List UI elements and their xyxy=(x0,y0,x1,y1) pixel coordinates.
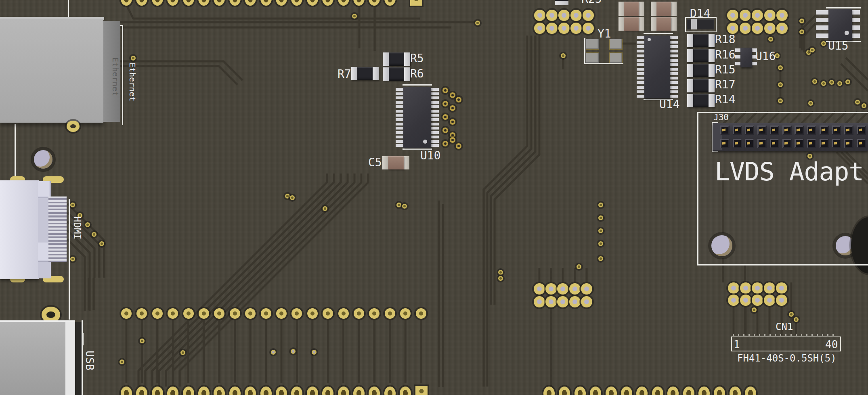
resistor-body xyxy=(389,67,404,81)
silk-label-u10: U10 xyxy=(420,150,441,161)
j30-pin-recess xyxy=(720,125,730,135)
pad xyxy=(199,308,209,319)
silkscreen-line xyxy=(826,7,861,8)
via xyxy=(862,103,866,108)
via xyxy=(821,41,826,46)
capacitor-cap xyxy=(639,17,644,31)
j30-pin-recess xyxy=(795,139,804,148)
j30-pin-recess xyxy=(807,125,816,135)
kicad-3d-viewer-canvas[interactable]: R25Y1U14D14R18R16R15R17R14U16U15R7R5R6U1… xyxy=(0,0,868,395)
via xyxy=(581,283,592,295)
silkscreen-line xyxy=(68,0,69,17)
silk-label-r15: R15 xyxy=(715,64,736,75)
component-U10 xyxy=(403,87,431,148)
crystal-pad xyxy=(586,53,599,63)
pad xyxy=(291,0,302,6)
j30-pin xyxy=(834,128,837,131)
via xyxy=(569,283,581,295)
cn1-pad-ticks xyxy=(733,334,838,336)
resistor-cap xyxy=(383,67,389,81)
silk-label-cn1_pin_first: 1 xyxy=(734,339,740,350)
pad xyxy=(590,387,601,395)
j30-pin-recess xyxy=(745,125,754,135)
pad xyxy=(384,387,396,395)
silkscreen-line xyxy=(69,199,70,287)
usb-connector-gap xyxy=(75,322,82,395)
via xyxy=(794,317,799,322)
silk-label-r14: R14 xyxy=(715,94,736,105)
pad xyxy=(136,0,147,6)
silkscreen-line xyxy=(82,333,84,345)
resistor-cap xyxy=(709,64,715,77)
pad xyxy=(276,308,287,319)
capacitor-cap xyxy=(651,17,656,31)
j30-pin xyxy=(834,142,837,144)
j30-pin-recess xyxy=(795,125,804,135)
resistor-cap xyxy=(709,34,715,47)
pad xyxy=(385,308,395,319)
pad xyxy=(167,387,178,395)
silkscreen-line xyxy=(584,38,585,64)
via xyxy=(778,98,783,103)
pad xyxy=(698,387,710,395)
pad xyxy=(730,387,741,395)
ethernet-pad xyxy=(67,121,80,132)
j30-pin xyxy=(759,142,763,144)
pad xyxy=(183,387,194,395)
j30-pin-recess xyxy=(733,125,742,135)
via xyxy=(180,350,185,355)
via xyxy=(99,241,104,246)
j30-pin xyxy=(797,128,800,131)
via xyxy=(569,296,581,307)
silkscreen-line xyxy=(69,282,70,320)
via xyxy=(545,283,557,295)
silk-label-r7: R7 xyxy=(338,69,351,80)
pad xyxy=(322,387,333,395)
j30-pin-recess xyxy=(757,139,767,148)
via xyxy=(442,101,448,107)
pad xyxy=(152,308,163,319)
pad xyxy=(168,308,178,319)
j30-pin xyxy=(722,142,725,144)
via xyxy=(323,206,327,211)
via xyxy=(740,10,751,21)
via xyxy=(727,10,738,21)
pad-square xyxy=(415,386,428,395)
silkscreen-line xyxy=(82,320,83,395)
j30-pin-recess xyxy=(844,139,853,148)
via xyxy=(583,23,594,34)
via xyxy=(534,23,545,34)
via xyxy=(752,10,763,21)
resistor-cap xyxy=(687,34,693,47)
pad xyxy=(354,308,364,319)
via xyxy=(92,232,96,237)
via xyxy=(778,65,783,70)
usb-connector-rim xyxy=(65,322,75,395)
mounting-hole xyxy=(32,148,55,171)
via xyxy=(808,101,813,106)
pin1-dot xyxy=(648,38,651,41)
via xyxy=(598,203,603,207)
via xyxy=(598,241,603,246)
j30-pin-recess xyxy=(820,139,829,148)
j30-pin xyxy=(809,142,812,144)
via xyxy=(776,282,787,294)
pin1-dot xyxy=(423,140,427,144)
capacitor-cap xyxy=(671,2,677,16)
via xyxy=(450,92,455,98)
pad xyxy=(261,308,271,319)
via xyxy=(740,282,751,294)
silk-label-r25: R25 xyxy=(581,0,602,5)
pad xyxy=(322,0,333,6)
pad xyxy=(276,0,287,6)
via xyxy=(534,10,545,21)
via xyxy=(598,256,603,261)
resistor-cap xyxy=(373,67,379,80)
chip-pins xyxy=(637,36,644,99)
pad xyxy=(291,308,302,319)
j30-pin xyxy=(809,128,812,131)
capacitor-cap xyxy=(651,2,656,16)
via xyxy=(778,82,783,87)
silk-label-u16: U16 xyxy=(755,51,776,62)
hdmi-pin-block xyxy=(48,196,67,262)
